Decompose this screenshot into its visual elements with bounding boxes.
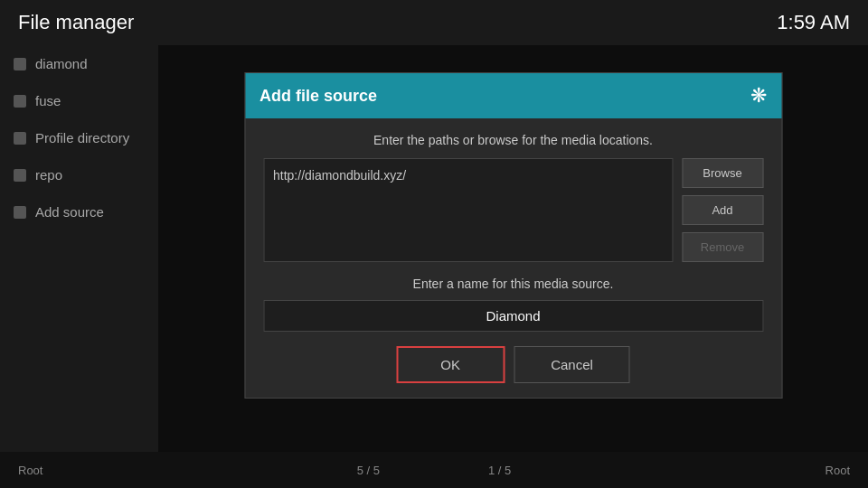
- app-title: File manager: [18, 11, 134, 34]
- kodi-logo-icon: ❋: [750, 84, 767, 108]
- dialog-instruction1: Enter the paths or browse for the media …: [263, 133, 763, 147]
- sidebar-item-label: Profile directory: [35, 130, 129, 145]
- paths-buttons: Browse Add Remove: [682, 158, 763, 262]
- main-content: Add file source ❋ Enter the paths or bro…: [158, 45, 868, 452]
- folder-icon: [14, 58, 26, 70]
- footer-counter1: 5 / 5: [357, 464, 380, 477]
- sidebar-item-label: repo: [35, 167, 62, 183]
- sidebar-item-label: Add source: [35, 204, 104, 220]
- sidebar-item-repo[interactable]: repo: [0, 156, 158, 193]
- footer-center: 5 / 5 1 / 5: [42, 464, 825, 477]
- sidebar-item-add-source[interactable]: Add source: [0, 193, 158, 230]
- folder-icon: [14, 132, 26, 145]
- add-button[interactable]: Add: [682, 195, 763, 225]
- sidebar-item-label: fuse: [35, 93, 61, 108]
- ok-button[interactable]: OK: [396, 346, 505, 383]
- sidebar: diamond fuse Profile directory repo Add …: [0, 45, 158, 452]
- folder-icon: [14, 206, 26, 219]
- browse-button[interactable]: Browse: [682, 158, 763, 188]
- dialog-instruction2: Enter a name for this media source.: [263, 277, 763, 291]
- folder-icon: [14, 95, 26, 108]
- footer-counter2: 1 / 5: [488, 464, 511, 477]
- folder-icon: [14, 169, 26, 182]
- sidebar-item-label: diamond: [35, 56, 88, 71]
- footer-right: Root: [826, 464, 850, 477]
- dialog-header: Add file source ❋: [245, 73, 781, 118]
- remove-button[interactable]: Remove: [682, 232, 763, 262]
- sidebar-item-diamond[interactable]: diamond: [0, 45, 158, 82]
- path-entry: http://diamondbuild.xyz/: [273, 168, 663, 183]
- clock: 1:59 AM: [777, 11, 850, 34]
- source-name-input[interactable]: [263, 300, 763, 332]
- cancel-button[interactable]: Cancel: [514, 346, 630, 383]
- footer-left: Root: [18, 464, 42, 477]
- header: File manager 1:59 AM: [0, 0, 868, 45]
- add-file-source-dialog: Add file source ❋ Enter the paths or bro…: [244, 72, 782, 399]
- dialog-actions: OK Cancel: [263, 346, 763, 383]
- sidebar-item-fuse[interactable]: fuse: [0, 82, 158, 119]
- dialog-title: Add file source: [259, 87, 377, 106]
- paths-section: http://diamondbuild.xyz/ Browse Add Remo…: [263, 158, 763, 262]
- paths-list[interactable]: http://diamondbuild.xyz/: [263, 158, 673, 262]
- dialog-body: Enter the paths or browse for the media …: [245, 118, 781, 398]
- sidebar-item-profile-directory[interactable]: Profile directory: [0, 119, 158, 156]
- footer: Root 5 / 5 1 / 5 Root: [0, 452, 868, 488]
